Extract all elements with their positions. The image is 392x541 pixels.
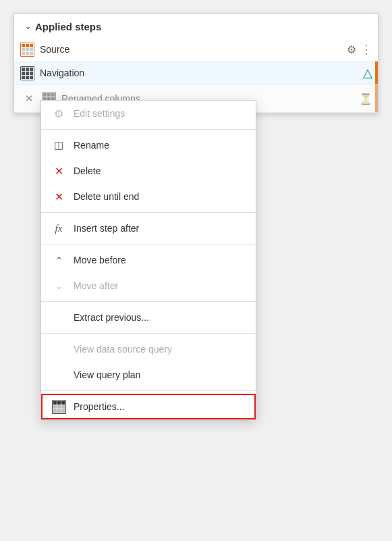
menu-item-edit-settings[interactable]: ⚙ Edit settings	[41, 101, 256, 126]
move-before-label: Move before	[74, 255, 126, 265]
move-after-label: Move after	[74, 280, 118, 291]
divider-4	[41, 301, 256, 302]
delete-until-end-label: Delete until end	[74, 191, 139, 202]
source-step-actions: ⚙ ⋮	[347, 42, 372, 57]
extract-previous-icon	[52, 311, 65, 324]
renamed-close-button[interactable]: ✕	[20, 89, 38, 108]
divider-2	[41, 212, 256, 213]
divider-3	[41, 244, 256, 244]
menu-item-properties[interactable]: Properties...	[41, 394, 256, 419]
insert-step-after-label: Insert step after	[74, 223, 139, 234]
divider-5	[41, 333, 256, 334]
divider-1	[41, 129, 256, 130]
edit-settings-label: Edit settings	[74, 108, 125, 119]
divider-6	[41, 390, 256, 391]
edit-settings-icon: ⚙	[52, 107, 65, 120]
menu-item-delete-until-end[interactable]: ✕ Delete until end	[41, 184, 256, 209]
source-gear-icon[interactable]: ⚙	[347, 43, 356, 56]
step-item-navigation[interactable]: Navigation △	[14, 61, 378, 85]
view-data-source-query-label: View data source query	[74, 344, 172, 355]
rename-icon: ◫	[52, 138, 65, 152]
panel-header: ⌄ Applied steps	[14, 14, 378, 38]
source-step-icon	[20, 42, 34, 57]
renamed-db-time-icon[interactable]: ⏳	[359, 93, 372, 105]
properties-icon	[52, 400, 65, 413]
navigation-border	[375, 61, 378, 84]
navigation-step-label: Navigation	[40, 68, 363, 78]
view-query-plan-label: View query plan	[74, 369, 140, 380]
step-item-source[interactable]: Source ⚙ ⋮	[14, 38, 378, 61]
navigation-step-actions: △	[363, 66, 372, 80]
collapse-icon[interactable]: ⌄	[25, 22, 31, 31]
source-step-label: Source	[40, 44, 347, 55]
context-menu: ⚙ Edit settings ◫ Rename ✕ Delete ✕ Dele…	[40, 100, 256, 420]
delete-label: Delete	[74, 165, 101, 176]
fx-icon: fx	[52, 222, 65, 235]
navigation-step-icon	[20, 66, 34, 80]
move-after-icon: ⌄	[52, 279, 65, 292]
menu-item-delete[interactable]: ✕ Delete	[41, 158, 256, 184]
view-data-source-query-icon	[52, 342, 65, 356]
menu-item-rename[interactable]: ◫ Rename	[41, 132, 256, 158]
delete-icon: ✕	[52, 164, 65, 178]
menu-item-extract-previous[interactable]: Extract previous...	[41, 305, 256, 330]
menu-item-view-query-plan[interactable]: View query plan	[41, 362, 256, 388]
menu-item-view-data-source-query[interactable]: View data source query	[41, 336, 256, 362]
menu-item-insert-step-after[interactable]: fx Insert step after	[41, 215, 256, 241]
renamed-step-actions: ⏳	[359, 93, 372, 105]
source-cylinder-icon[interactable]: ⋮	[360, 42, 372, 57]
view-query-plan-icon	[52, 368, 65, 382]
panel-title: Applied steps	[35, 21, 101, 32]
properties-label: Properties...	[74, 401, 124, 412]
applied-steps-panel: ⌄ Applied steps Source ⚙ ⋮	[13, 14, 379, 114]
delete-until-end-icon: ✕	[52, 190, 65, 203]
menu-item-move-after[interactable]: ⌄ Move after	[41, 273, 256, 299]
menu-item-move-before[interactable]: ⌃ Move before	[41, 247, 256, 273]
move-before-icon: ⌃	[52, 253, 65, 267]
rename-label: Rename	[74, 140, 109, 151]
extract-previous-label: Extract previous...	[74, 312, 149, 323]
renamed-border	[375, 85, 378, 112]
navigation-teal-icon[interactable]: △	[363, 66, 372, 80]
